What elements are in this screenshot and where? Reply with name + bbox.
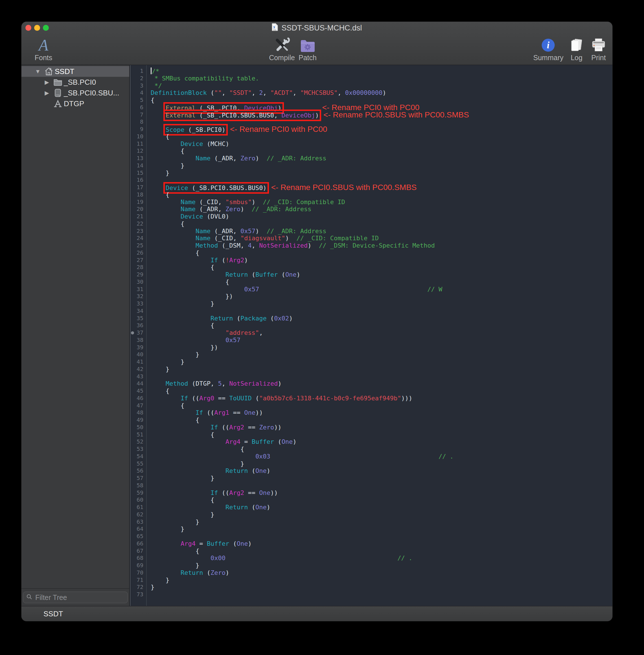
code-token: (_CID, (210, 234, 240, 242)
code-token: ) (252, 199, 263, 206)
log-button[interactable]: Log (570, 38, 583, 62)
code-token: // _DSM: Device-Specific Method (319, 242, 435, 249)
code-token: DefinitionBlock (151, 89, 207, 96)
code-token: Arg2 (229, 257, 244, 264)
minimize-button[interactable] (34, 25, 40, 31)
code-line: 33 } (130, 300, 613, 308)
code-line-text: Return (One) (147, 504, 270, 511)
code-line: 9 Scope (_SB.PCI0)<- Rename PCI0 with PC… (130, 126, 613, 133)
code-token: ) (267, 504, 270, 511)
filter-bar: Filter Tree (21, 588, 129, 606)
code-token: // _CID: Compatible ID (297, 234, 379, 242)
code-token: // . (439, 453, 454, 460)
code-token (151, 234, 196, 242)
line-number: 6 (130, 104, 147, 111)
fonts-button[interactable]: A Fonts (35, 38, 52, 62)
compile-icon (274, 38, 290, 52)
code-token: { (151, 496, 214, 503)
code-line-text: }) (147, 293, 233, 300)
code-token: ) (267, 467, 270, 474)
patch-annotation: <- Rename PCI0 with PC00 (230, 125, 327, 134)
code-line: 8 (130, 118, 613, 126)
code-token: (MCHC) (203, 140, 229, 148)
code-line-text: { (147, 264, 214, 271)
acpi-tree: ▼SSDT▶_SB.PCI0▶_SB.PCI0.SBU...DTGP (21, 65, 129, 109)
svg-text:i: i (547, 40, 550, 50)
close-button[interactable] (25, 25, 31, 31)
code-token: ) (285, 234, 297, 242)
code-line-text: Method (_DSM, 4, NotSerialized) // _DSM:… (147, 242, 435, 249)
code-line-text: 0x57 // W (147, 286, 442, 293)
code-line: 34 (130, 308, 613, 315)
sidebar-item--sb-pci0-sbu-[interactable]: ▶_SB.PCI0.SBU... (21, 88, 129, 98)
code-line-text: Arg4 = Buffer (One) (147, 438, 297, 446)
code-token: Arg2 (229, 489, 244, 496)
code-line: 19 Name (_CID, "smbus") // _CID: Compati… (130, 199, 613, 206)
code-token: External (166, 105, 196, 112)
code-line: 37 "address", (130, 329, 613, 337)
log-icon (570, 38, 583, 52)
code-line-text: 0x00 // . (147, 555, 412, 562)
patch-highlight-box: External (_SB_.PCI0, DeviceObj) (166, 105, 282, 112)
chevron-right-icon[interactable]: ▶ (42, 79, 52, 86)
code-token: "smbus" (226, 199, 252, 206)
line-number: 36 (130, 322, 147, 329)
code-token: = (196, 540, 207, 547)
code-token (151, 504, 226, 511)
code-line-text: /* (147, 67, 159, 75)
line-number: 1 (130, 67, 147, 75)
chevron-down-icon[interactable]: ▼ (33, 68, 43, 75)
code-token: } (151, 518, 199, 525)
code-line-text: If ((Arg0 == ToUUID ("a0b5b7c6-1318-441c… (147, 395, 412, 402)
code-line-text: { (147, 402, 184, 409)
code-line: 27 If (!Arg2) (130, 257, 613, 264)
code-token (151, 286, 244, 293)
code-token: ) (248, 540, 251, 547)
line-number: 31 (130, 286, 147, 293)
line-number: 49 (130, 416, 147, 424)
code-token: Name (196, 234, 210, 242)
code-token: , (222, 89, 229, 96)
fonts-label: Fonts (35, 54, 52, 62)
code-line-text: Method (DTGP, 5, NotSerialized) (147, 380, 282, 387)
code-line: 20 Name (_ADR, Zero) // _ADR: Address (130, 206, 613, 213)
code-token: Buffer (252, 438, 274, 445)
line-number: 11 (130, 140, 147, 148)
chevron-right-icon[interactable]: ▶ (42, 90, 52, 96)
code-line: 3 */ (130, 82, 613, 90)
print-button[interactable]: Print (591, 38, 606, 62)
code-token: 0x00 (210, 555, 226, 562)
line-number: 71 (130, 577, 147, 584)
line-number: 63 (130, 518, 147, 526)
code-editor[interactable]: 1/*2 * SMBus compatibility table.3 */4De… (129, 65, 613, 606)
code-token: Buffer (255, 271, 278, 278)
patch-button[interactable]: Patch (299, 38, 317, 62)
code-token: { (151, 416, 199, 424)
code-token: , (252, 242, 259, 249)
code-line: 53 { (130, 446, 613, 453)
code-line-text (147, 373, 151, 380)
code-line-text: Name (_ADR, 0x57) // _ADR: Address (147, 228, 326, 235)
filter-tree-input[interactable]: Filter Tree (23, 591, 128, 603)
zoom-button[interactable] (43, 25, 49, 31)
sidebar-item-ssdt[interactable]: ▼SSDT (21, 66, 129, 77)
compile-button[interactable]: Compile (269, 38, 295, 62)
code-token: } (151, 577, 169, 584)
svg-text:DSL: DSL (273, 29, 277, 31)
code-line-text: If ((Arg1 == One)) (147, 409, 263, 416)
code-token: ) (255, 155, 267, 162)
code-token: ( (207, 89, 214, 96)
code-line-text: { (147, 446, 244, 453)
code-line: 68 0x00 // . (130, 555, 613, 562)
code-token: (( (188, 395, 199, 402)
summary-button[interactable]: i Summary (533, 38, 564, 62)
sidebar-item-dtgp[interactable]: DTGP (21, 98, 129, 109)
line-number: 37 (130, 329, 147, 337)
code-line-text: */ (147, 82, 162, 90)
line-number: 33 (130, 300, 147, 308)
code-token: ) (226, 569, 229, 576)
code-line-text: Device (MCHC) (147, 140, 229, 148)
code-line-text (147, 177, 151, 184)
code-token: "ACDT" (270, 89, 293, 96)
sidebar-item--sb-pci0[interactable]: ▶_SB.PCI0 (21, 77, 129, 88)
